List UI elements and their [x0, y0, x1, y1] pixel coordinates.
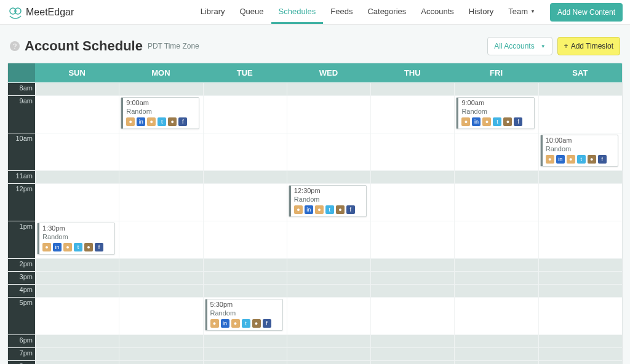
calendar-cell[interactable]: [119, 184, 202, 221]
help-icon[interactable]: ?: [10, 41, 20, 51]
calendar-cell[interactable]: [203, 184, 287, 221]
nav-item-feeds[interactable]: Feeds: [323, 0, 360, 24]
calendar-cell[interactable]: 5:30pmRandom●in●t●f: [203, 298, 287, 334]
calendar-cell[interactable]: [287, 298, 370, 334]
calendar-cell[interactable]: [287, 335, 370, 347]
calendar-cell[interactable]: [454, 285, 538, 297]
calendar-cell[interactable]: [538, 96, 622, 133]
calendar-cell[interactable]: [35, 96, 119, 133]
calendar-cell[interactable]: [370, 171, 454, 183]
calendar-cell[interactable]: [119, 221, 202, 258]
calendar-cell[interactable]: [370, 259, 454, 271]
calendar-cell[interactable]: [454, 298, 538, 334]
calendar-cell[interactable]: [454, 272, 538, 284]
calendar-cell[interactable]: [538, 348, 622, 360]
calendar-cell[interactable]: [454, 171, 538, 183]
calendar-cell[interactable]: [287, 171, 370, 183]
calendar-cell[interactable]: [35, 285, 119, 297]
calendar-cell[interactable]: [538, 221, 622, 258]
calendar-cell[interactable]: [370, 133, 454, 170]
calendar-cell[interactable]: [203, 259, 287, 271]
accounts-filter-dropdown[interactable]: All Accounts ▼: [487, 37, 552, 55]
add-new-content-button[interactable]: Add New Content: [550, 3, 623, 22]
calendar-cell[interactable]: [370, 96, 454, 133]
timeslot-card[interactable]: 9:00amRandom●in●t●f: [121, 97, 199, 129]
calendar-cell[interactable]: [203, 83, 287, 95]
calendar-cell[interactable]: [370, 361, 454, 364]
calendar-cell[interactable]: [370, 285, 454, 297]
calendar-cell[interactable]: [454, 184, 538, 221]
calendar-cell[interactable]: [119, 272, 202, 284]
calendar-cell[interactable]: [287, 83, 370, 95]
calendar-cell[interactable]: [454, 348, 538, 360]
calendar-cell[interactable]: [287, 96, 370, 133]
calendar-cell[interactable]: [370, 272, 454, 284]
timeslot-card[interactable]: 5:30pmRandom●in●t●f: [205, 299, 283, 331]
calendar-cell[interactable]: [35, 83, 119, 95]
calendar-cell[interactable]: 9:00amRandom●in●t●f: [119, 96, 202, 133]
nav-item-library[interactable]: Library: [193, 0, 233, 24]
calendar-cell[interactable]: [454, 361, 538, 364]
nav-item-queue[interactable]: Queue: [233, 0, 271, 24]
calendar-cell[interactable]: [538, 298, 622, 334]
calendar-cell[interactable]: [35, 361, 119, 364]
calendar-cell[interactable]: [370, 184, 454, 221]
calendar-cell[interactable]: [203, 335, 287, 347]
nav-item-history[interactable]: History: [461, 0, 501, 24]
calendar-cell[interactable]: [538, 335, 622, 347]
calendar-cell[interactable]: [538, 83, 622, 95]
calendar-cell[interactable]: [119, 259, 202, 271]
calendar-cell[interactable]: [119, 171, 202, 183]
calendar-cell[interactable]: [370, 221, 454, 258]
calendar-cell[interactable]: [203, 272, 287, 284]
calendar-cell[interactable]: [454, 221, 538, 258]
calendar-cell[interactable]: 12:30pmRandom●in●t●f: [287, 184, 370, 221]
calendar-cell[interactable]: [35, 259, 119, 271]
calendar-cell[interactable]: [35, 133, 119, 170]
calendar-cell[interactable]: [119, 133, 202, 170]
calendar-cell[interactable]: [203, 348, 287, 360]
timeslot-card[interactable]: 9:00amRandom●in●t●f: [456, 97, 534, 129]
calendar-cell[interactable]: [538, 171, 622, 183]
nav-item-accounts[interactable]: Accounts: [413, 0, 461, 24]
timeslot-card[interactable]: 10:00amRandom●in●t●f: [540, 135, 618, 167]
calendar-cell[interactable]: [203, 221, 287, 258]
calendar-cell[interactable]: [35, 335, 119, 347]
logo[interactable]: MeetEdgar: [7, 6, 74, 19]
calendar-cell[interactable]: [370, 83, 454, 95]
timeslot-card[interactable]: 12:30pmRandom●in●t●f: [289, 185, 367, 217]
calendar-cell[interactable]: [119, 335, 202, 347]
calendar-cell[interactable]: [35, 272, 119, 284]
calendar-cell[interactable]: [370, 298, 454, 334]
calendar-cell[interactable]: [203, 96, 287, 133]
calendar-cell[interactable]: [35, 171, 119, 183]
calendar-cell[interactable]: [35, 298, 119, 334]
calendar-cell[interactable]: [119, 285, 202, 297]
calendar-cell[interactable]: [203, 133, 287, 170]
calendar-cell[interactable]: [287, 259, 370, 271]
calendar-cell[interactable]: [287, 285, 370, 297]
calendar-cell[interactable]: [119, 298, 202, 334]
calendar-cell[interactable]: [454, 83, 538, 95]
calendar-cell[interactable]: 1:30pmRandom●in●t●f: [35, 221, 119, 258]
calendar-cell[interactable]: [287, 361, 370, 364]
calendar-cell[interactable]: [35, 184, 119, 221]
calendar-cell[interactable]: [538, 184, 622, 221]
calendar-cell[interactable]: [454, 259, 538, 271]
calendar-cell[interactable]: [538, 361, 622, 364]
calendar-cell[interactable]: [538, 285, 622, 297]
calendar-cell[interactable]: [454, 335, 538, 347]
calendar-cell[interactable]: [119, 361, 202, 364]
calendar-cell[interactable]: [203, 361, 287, 364]
calendar-cell[interactable]: [287, 348, 370, 360]
calendar-cell[interactable]: [287, 272, 370, 284]
calendar-cell[interactable]: 9:00amRandom●in●t●f: [454, 96, 538, 133]
calendar-cell[interactable]: [370, 348, 454, 360]
nav-item-schedules[interactable]: Schedules: [271, 0, 324, 24]
calendar-cell[interactable]: [119, 83, 202, 95]
calendar-cell[interactable]: [370, 335, 454, 347]
calendar-cell[interactable]: [454, 133, 538, 170]
calendar-cell[interactable]: [119, 348, 202, 360]
calendar-cell[interactable]: [538, 272, 622, 284]
timeslot-card[interactable]: 1:30pmRandom●in●t●f: [37, 223, 115, 255]
